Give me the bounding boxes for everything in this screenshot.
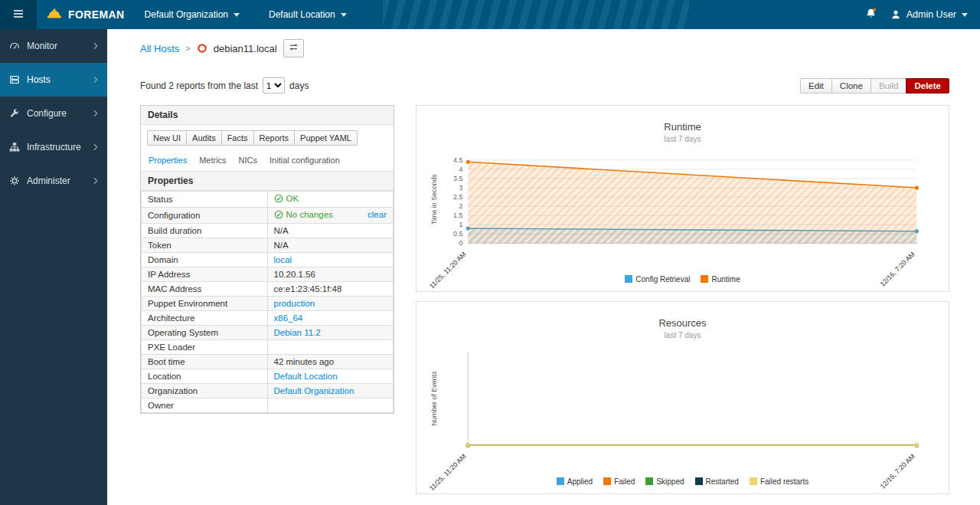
- tab-properties[interactable]: Properties: [149, 156, 187, 165]
- legend-swatch: [603, 477, 611, 485]
- details-button-puppet-yaml[interactable]: Puppet YAML: [294, 130, 358, 146]
- tab-initial-configuration[interactable]: Initial configuration: [270, 156, 340, 165]
- sidebar-item-configure[interactable]: Configure: [0, 97, 107, 130]
- legend-item-skipped[interactable]: Skipped: [645, 477, 684, 486]
- legend-item-applied[interactable]: Applied: [557, 477, 593, 486]
- build-button[interactable]: Build: [871, 78, 907, 93]
- property-value: 42 minutes ago: [274, 357, 335, 366]
- legend-item-runtime[interactable]: Runtime: [701, 275, 740, 284]
- clone-button[interactable]: Clone: [831, 78, 871, 93]
- details-button-new-ui[interactable]: New UI: [147, 130, 187, 146]
- legend-item-failed[interactable]: Failed: [603, 477, 635, 486]
- user-menu[interactable]: Admin User: [890, 9, 968, 20]
- days-select[interactable]: 1: [263, 77, 285, 93]
- property-label: Configuration: [142, 208, 268, 224]
- ok-status-value: OK: [274, 194, 299, 203]
- sidebar-item-monitor[interactable]: Monitor: [0, 29, 107, 63]
- ui-switcher-button[interactable]: [283, 39, 304, 57]
- foreman-brand[interactable]: FOREMAN: [46, 7, 125, 23]
- legend-item-config-retrieval[interactable]: Config Retrieval: [625, 275, 690, 284]
- svg-text:1: 1: [459, 221, 462, 228]
- svg-text:0.5: 0.5: [453, 230, 462, 238]
- chevron-right-icon: [93, 143, 98, 151]
- caret-down-icon: [962, 13, 968, 17]
- breadcrumb-all-hosts-link[interactable]: All Hosts: [140, 43, 179, 54]
- legend-swatch: [750, 477, 757, 485]
- property-label: Architecture: [142, 311, 268, 326]
- breadcrumb-current: debian11.local: [214, 43, 277, 54]
- property-row: Owner: [142, 398, 394, 413]
- delete-button[interactable]: Delete: [906, 78, 949, 93]
- legend-swatch: [701, 275, 708, 283]
- property-label: Puppet Environment: [142, 297, 268, 311]
- legend-label: Failed: [614, 477, 635, 486]
- details-button-reports[interactable]: Reports: [253, 130, 296, 146]
- legend-swatch: [557, 477, 564, 485]
- property-value-link[interactable]: Debian 11.2: [274, 328, 321, 337]
- property-row: Architecture x86_64: [142, 311, 394, 326]
- chevron-right-icon: [93, 76, 98, 84]
- legend-label: Skipped: [656, 477, 684, 486]
- host-action-buttons: EditCloneBuildDelete: [800, 78, 949, 93]
- properties-table-title: Properties: [141, 171, 394, 191]
- svg-text:3.5: 3.5: [453, 175, 462, 182]
- details-buttons: New UIAuditsFactsReportsPuppet YAML: [141, 125, 394, 151]
- sidebar-item-hosts[interactable]: Hosts: [0, 63, 107, 97]
- property-value-link[interactable]: Default Organization: [274, 386, 354, 395]
- sidebar: Monitor Hosts Configure Infrastructure A…: [0, 29, 107, 505]
- legend-item-restarted[interactable]: Restarted: [695, 477, 739, 486]
- sidebar-item-administer[interactable]: Administer: [0, 164, 107, 198]
- property-value-link[interactable]: local: [274, 255, 292, 264]
- chart-subtitle: last 7 days: [426, 135, 939, 143]
- details-button-audits[interactable]: Audits: [186, 130, 222, 146]
- svg-text:0: 0: [459, 239, 462, 247]
- masthead: FOREMAN Default Organization Default Loc…: [0, 0, 980, 29]
- brand-text: FOREMAN: [68, 8, 125, 21]
- property-label: MAC Address: [142, 282, 268, 297]
- chevron-right-icon: [93, 42, 98, 50]
- property-value-link[interactable]: Default Location: [274, 372, 338, 381]
- runtime-chart: 00.511.522.533.544.511/25, 11:20 AM12/16…: [426, 149, 939, 274]
- tab-metrics[interactable]: Metrics: [199, 156, 226, 165]
- property-label: Build duration: [142, 224, 268, 238]
- tab-nics[interactable]: NICs: [239, 156, 257, 165]
- hamburger-icon: [12, 8, 24, 22]
- details-button-facts[interactable]: Facts: [221, 130, 254, 146]
- user-icon: [890, 9, 901, 20]
- svg-text:4: 4: [459, 166, 462, 173]
- chart-title: Runtime: [426, 121, 939, 133]
- caret-down-icon: [341, 13, 347, 17]
- property-value: N/A: [274, 241, 289, 250]
- property-value-link[interactable]: x86_64: [274, 313, 303, 323]
- hamburger-menu-button[interactable]: [0, 0, 37, 29]
- foreman-logo-icon: [46, 7, 63, 23]
- svg-text:1.5: 1.5: [453, 212, 462, 219]
- user-menu-label: Admin User: [906, 9, 956, 20]
- organization-selector-label: Default Organization: [145, 9, 228, 20]
- legend-label: Restarted: [706, 477, 739, 486]
- resources-chart-card: Resources last 7 days 11/25, 11:20 AM12/…: [416, 301, 949, 494]
- host-status-icon: [197, 43, 207, 54]
- breadcrumb: All Hosts > debian11.local: [140, 39, 949, 57]
- sidebar-item-infrastructure[interactable]: Infrastructure: [0, 130, 107, 164]
- organization-selector[interactable]: Default Organization: [136, 0, 249, 29]
- clear-link[interactable]: clear: [368, 210, 387, 219]
- property-label: Boot time: [142, 355, 268, 369]
- property-row: Build duration N/A: [142, 224, 394, 238]
- server-icon: [9, 74, 20, 85]
- edit-button[interactable]: Edit: [800, 78, 832, 93]
- svg-text:11/25, 11:20 AM: 11/25, 11:20 AM: [428, 251, 468, 290]
- location-selector[interactable]: Default Location: [260, 0, 356, 29]
- sidebar-item-label: Monitor: [27, 41, 57, 51]
- masthead-right: Admin User: [865, 8, 980, 21]
- svg-text:Time in Seconds: Time in Seconds: [430, 174, 438, 225]
- resources-chart-legend: Applied Failed Skipped Restarted Failed …: [426, 477, 939, 486]
- chart-subtitle: last 7 days: [426, 331, 939, 339]
- notifications-button[interactable]: [865, 8, 877, 21]
- legend-label: Applied: [567, 477, 593, 486]
- property-label: Owner: [142, 398, 268, 413]
- legend-item-failed-restarts[interactable]: Failed restarts: [750, 477, 808, 486]
- property-value-link[interactable]: production: [274, 299, 315, 308]
- property-row: Operating System Debian 11.2: [142, 326, 394, 340]
- property-label: Status: [142, 192, 268, 208]
